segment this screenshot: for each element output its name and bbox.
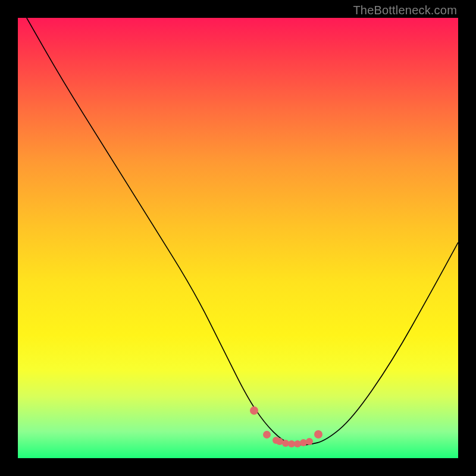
chart-frame: TheBottleneck.com xyxy=(0,0,476,476)
highlight-dot xyxy=(306,438,313,445)
highlight-dot xyxy=(263,431,271,439)
bottleneck-curve xyxy=(27,18,458,445)
curve-layer xyxy=(18,18,458,458)
watermark-text: TheBottleneck.com xyxy=(353,4,457,17)
highlight-dot xyxy=(314,430,322,439)
plot-area xyxy=(18,18,458,458)
highlight-dot xyxy=(250,406,258,415)
